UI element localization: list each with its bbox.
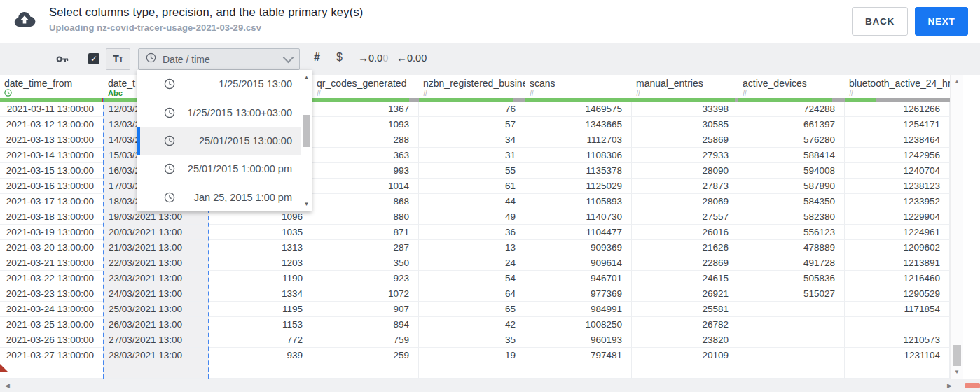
cell[interactable]: 2021-03-27 13:00:00 [0, 348, 104, 363]
cell[interactable]: 25581 [632, 302, 738, 317]
cell[interactable]: 772 [209, 332, 312, 348]
cell[interactable]: 797481 [525, 348, 632, 363]
cell[interactable]: 1096 [209, 209, 312, 225]
cell[interactable]: 57 [419, 117, 525, 132]
cell[interactable]: 2021-03-17 13:00:00 [0, 194, 104, 209]
cell[interactable]: 27933 [632, 148, 738, 163]
cell[interactable] [0, 363, 104, 379]
cell[interactable]: 923 [312, 271, 419, 286]
cell[interactable] [738, 332, 845, 348]
cell[interactable]: 36 [419, 225, 525, 240]
cell[interactable]: 24 [419, 255, 525, 271]
cell[interactable]: 894 [312, 317, 419, 332]
cell[interactable]: 27557 [632, 209, 738, 225]
back-button[interactable]: BACK [852, 7, 908, 36]
cell[interactable]: 287 [312, 240, 419, 255]
include-column-checkbox[interactable]: ✓ [88, 53, 99, 64]
column-header[interactable]: active_devices# [738, 75, 845, 98]
cell[interactable]: 23/03/2021 13:00 [104, 271, 209, 286]
cell[interactable]: 1240704 [845, 163, 950, 178]
cell[interactable]: 907 [312, 302, 419, 317]
cell[interactable]: 1035 [209, 225, 312, 240]
cell[interactable]: 1290529 [845, 286, 950, 302]
cell[interactable]: 31 [419, 148, 525, 163]
cell[interactable]: 2021-03-15 13:00:00 [0, 163, 104, 178]
cell[interactable]: 30585 [632, 117, 738, 132]
type-select-dropdown[interactable]: Date / time [138, 48, 300, 70]
cell[interactable]: 515027 [738, 286, 845, 302]
cell[interactable]: 24/03/2021 13:00 [104, 286, 209, 302]
cell[interactable]: 1233952 [845, 194, 950, 209]
cell[interactable]: 2021-03-21 13:00:00 [0, 255, 104, 271]
cell[interactable]: 2021-03-26 13:00:00 [0, 332, 104, 348]
cell[interactable] [738, 363, 845, 379]
cell[interactable]: 33398 [632, 102, 738, 117]
increase-precision-button[interactable]: ←0.00 [396, 52, 427, 64]
cell[interactable]: 1112703 [525, 132, 632, 148]
cell[interactable]: 1229904 [845, 209, 950, 225]
cell[interactable]: 13 [419, 240, 525, 255]
cell[interactable]: 22/03/2021 13:00 [104, 255, 209, 271]
cell[interactable]: 478889 [738, 240, 845, 255]
cell[interactable]: 2021-03-22 13:00:00 [0, 271, 104, 286]
cell[interactable]: 21626 [632, 240, 738, 255]
cell[interactable]: 27/03/2021 13:00 [104, 332, 209, 348]
cell[interactable]: 21/03/2021 13:00 [104, 240, 209, 255]
dropdown-scroll-down-arrow[interactable]: ▼ [301, 201, 312, 207]
cell[interactable]: 20109 [632, 348, 738, 363]
cell[interactable]: 26/03/2021 13:00 [104, 317, 209, 332]
cell[interactable]: 1195 [209, 302, 312, 317]
scroll-up-arrow[interactable]: ▲ [951, 78, 963, 85]
column-header[interactable]: date_time_from [0, 75, 104, 98]
cell[interactable]: 34 [419, 132, 525, 148]
date-format-option[interactable]: 1/25/2015 13:00 [137, 70, 301, 98]
column-header[interactable]: bluetooth_active_24_hr_# [845, 75, 950, 98]
cell[interactable]: 28/03/2021 13:00 [104, 348, 209, 363]
cell[interactable]: 2021-03-23 13:00:00 [0, 286, 104, 302]
vertical-scrollbar-thumb[interactable] [953, 345, 961, 366]
cell[interactable]: 993 [312, 163, 419, 178]
cell[interactable]: 259 [312, 348, 419, 363]
date-format-option[interactable]: Jan 25, 2015 1:00 pm [137, 183, 301, 211]
scroll-right-arrow[interactable]: ▶ [947, 382, 952, 389]
cell[interactable]: 55 [419, 163, 525, 178]
cell[interactable]: 1171854 [845, 302, 950, 317]
cell[interactable]: 1105893 [525, 194, 632, 209]
cell[interactable]: 587890 [738, 178, 845, 194]
cell[interactable]: 26782 [632, 317, 738, 332]
dropdown-scrollbar[interactable]: ▲ ▼ [301, 70, 312, 211]
cell[interactable]: 880 [312, 209, 419, 225]
cell[interactable]: 1203 [209, 255, 312, 271]
cell[interactable]: 24615 [632, 271, 738, 286]
cell[interactable]: 28090 [632, 163, 738, 178]
cell[interactable]: 1242956 [845, 148, 950, 163]
cell[interactable]: 350 [312, 255, 419, 271]
cell[interactable]: 1469575 [525, 102, 632, 117]
text-type-button[interactable]: Tt [106, 48, 130, 70]
cell[interactable]: 1072 [312, 286, 419, 302]
column-header[interactable]: scans# [525, 75, 632, 98]
column-header[interactable]: nzbn_registered_busine# [419, 75, 525, 98]
cell[interactable]: 594008 [738, 163, 845, 178]
cell[interactable]: 909614 [525, 255, 632, 271]
scroll-left-arrow[interactable]: ◀ [5, 382, 10, 389]
cell[interactable] [104, 363, 209, 379]
column-header[interactable]: manual_entries# [632, 75, 738, 98]
dropdown-scrollbar-thumb[interactable] [303, 115, 310, 147]
cell[interactable] [209, 363, 312, 379]
cell[interactable]: 1125029 [525, 178, 632, 194]
cell[interactable] [312, 363, 419, 379]
cell[interactable]: 363 [312, 148, 419, 163]
integer-type-button[interactable]: # [314, 51, 320, 64]
cell[interactable]: 759 [312, 332, 419, 348]
cell[interactable]: 491728 [738, 255, 845, 271]
date-format-option[interactable]: 1/25/2015 13:00+03:00 [137, 98, 301, 126]
cell[interactable]: 588414 [738, 148, 845, 163]
cell[interactable]: 909369 [525, 240, 632, 255]
cell[interactable] [845, 363, 950, 379]
decrease-precision-button[interactable]: →0.00 [358, 52, 388, 64]
horizontal-scrollbar[interactable]: ◀ ▶ [0, 379, 980, 392]
cell[interactable]: 64 [419, 286, 525, 302]
cell[interactable]: 1108306 [525, 148, 632, 163]
cell[interactable]: 1238464 [845, 132, 950, 148]
